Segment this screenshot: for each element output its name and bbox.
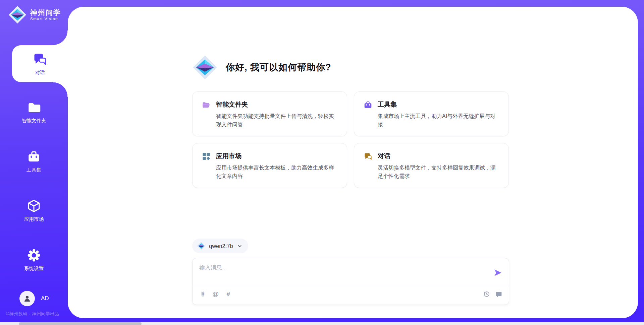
card-description: 集成市场上主流工具，助力AI与外界无缝扩展与对接 <box>378 112 499 129</box>
card-description: 智能文件夹功能支持批量文件上传与清洗，轻松实现文件问答 <box>216 112 337 129</box>
grid-icon <box>202 152 211 161</box>
chevron-down-icon <box>237 244 242 249</box>
folder-icon <box>27 101 41 115</box>
sidebar-item-label: 系统设置 <box>24 265 44 272</box>
copyright-text: ©神州数码 · 神州问学出品 <box>6 311 59 317</box>
card-title: 智能文件夹 <box>216 100 337 109</box>
avatar <box>19 291 35 306</box>
feature-cards: 智能文件夹 智能文件夹功能支持批量文件上传与清洗，轻松实现文件问答 工具集 集成… <box>192 91 509 188</box>
brand-title: 神州问学 <box>30 9 61 17</box>
card-app-market[interactable]: 应用市场 应用市场提供丰富长文本模板，助力高效生成多样化文章内容 <box>192 143 347 188</box>
send-icon <box>493 268 502 277</box>
sidebar: 神州问学 Smart Vision 对话 智能文件夹 工具集 <box>0 0 68 322</box>
card-title: 对话 <box>378 152 499 160</box>
toolbox-icon <box>364 101 372 109</box>
card-toolset[interactable]: 工具集 集成市场上主流工具，助力AI与外界无缝扩展与对接 <box>354 91 509 136</box>
brand-logo: 神州问学 Smart Vision <box>8 5 61 24</box>
composer-divider <box>193 285 509 285</box>
sidebar-item-settings[interactable]: 系统设置 <box>0 248 68 272</box>
content-column: 你好, 我可以如何帮助你? 智能文件夹 智能文件夹功能支持批量文件上传与清洗，轻… <box>192 7 509 305</box>
sidebar-item-label: 工具集 <box>26 167 41 173</box>
card-chat[interactable]: 对话 灵活切换多模型文件，支持多样回复效果调试，满足个性化需求 <box>354 143 509 188</box>
gear-icon <box>27 248 41 262</box>
card-smart-folder[interactable]: 智能文件夹 智能文件夹功能支持批量文件上传与清洗，轻松实现文件问答 <box>192 91 347 136</box>
hashtag-icon[interactable]: # <box>225 290 232 298</box>
card-title: 应用市场 <box>216 152 337 160</box>
cube-icon <box>27 199 41 213</box>
scrollbar-thumb[interactable] <box>19 322 142 325</box>
chat-icon <box>364 152 372 161</box>
user-profile-button[interactable]: AD <box>19 291 49 306</box>
model-name: qwen2:7b <box>209 243 233 249</box>
active-tab-curve-bottom <box>53 82 68 97</box>
chat-icon <box>33 52 47 67</box>
sidebar-item-label: 对话 <box>35 69 45 76</box>
folder-open-icon <box>202 101 211 109</box>
user-name: AD <box>41 295 49 302</box>
mention-icon[interactable]: @ <box>212 290 219 298</box>
history-icon[interactable] <box>483 290 490 298</box>
composer-toolbar: @ # <box>199 290 502 298</box>
card-title: 工具集 <box>378 100 499 109</box>
sidebar-item-label: 应用市场 <box>24 216 44 222</box>
attachment-icon[interactable] <box>199 290 206 298</box>
sidebar-item-app-market[interactable]: 应用市场 <box>0 199 68 222</box>
card-description: 灵活切换多模型文件，支持多样回复效果调试，满足个性化需求 <box>378 164 499 181</box>
model-selector[interactable]: qwen2:7b <box>192 239 248 253</box>
sidebar-item-chat[interactable]: 对话 <box>12 45 68 82</box>
card-description: 应用市场提供丰富长文本模板，助力高效生成多样化文章内容 <box>216 164 337 181</box>
active-tab-curve-top <box>53 30 68 45</box>
brand-gem-icon <box>8 5 27 24</box>
sidebar-item-label: 智能文件夹 <box>22 118 46 124</box>
message-input[interactable] <box>199 264 488 281</box>
assistant-gem-icon <box>192 55 218 80</box>
send-button[interactable] <box>493 268 502 277</box>
chat-bubble-icon[interactable] <box>495 290 502 298</box>
greeting-title: 你好, 我可以如何帮助你? <box>226 61 331 73</box>
brand-subtitle: Smart Vision <box>30 17 61 21</box>
toolbox-icon <box>27 150 41 164</box>
greeting-row: 你好, 我可以如何帮助你? <box>192 55 509 80</box>
main-panel: 你好, 我可以如何帮助你? 智能文件夹 智能文件夹功能支持批量文件上传与清洗，轻… <box>68 7 638 318</box>
horizontal-scrollbar <box>0 322 644 325</box>
model-gem-icon <box>197 242 206 250</box>
person-icon <box>23 294 32 303</box>
sidebar-item-toolset[interactable]: 工具集 <box>0 150 68 173</box>
sidebar-item-smart-folder[interactable]: 智能文件夹 <box>0 101 68 124</box>
message-composer: @ # <box>192 258 509 305</box>
